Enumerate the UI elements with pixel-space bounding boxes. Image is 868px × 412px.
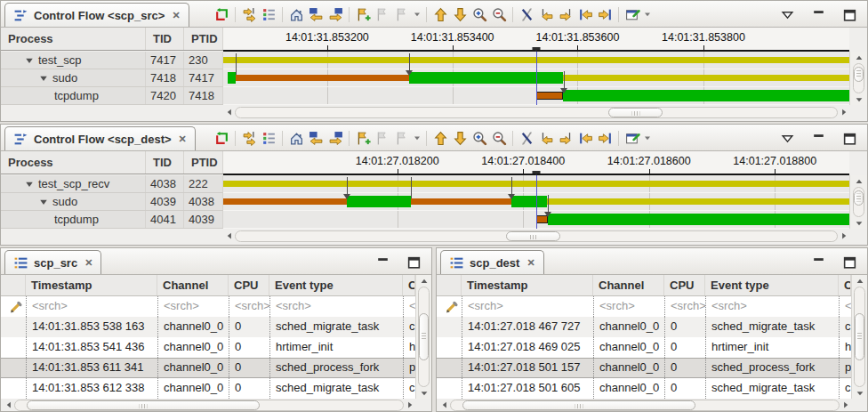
show-legend-button[interactable] bbox=[259, 128, 278, 148]
view-menu-icon[interactable] bbox=[777, 5, 797, 25]
go-to-start-button[interactable] bbox=[575, 128, 595, 148]
tree-row-sudo[interactable]: sudo 4039 4038 bbox=[1, 193, 223, 211]
flow-src-vertical-scrollbar[interactable] bbox=[849, 52, 867, 105]
tree-row-sudo[interactable]: sudo 7418 7417 bbox=[1, 69, 223, 87]
tab-control-flow-scp-src[interactable]: Control Flow <scp_src> ✕ bbox=[4, 3, 189, 27]
scroll-left-icon[interactable] bbox=[223, 230, 235, 242]
expander-icon[interactable] bbox=[24, 55, 35, 66]
column-header-timestamp[interactable]: Timestamp bbox=[26, 275, 157, 295]
new-view-dropdown-icon[interactable] bbox=[642, 4, 653, 24]
scroll-down-icon[interactable] bbox=[853, 217, 864, 229]
flow-dest-horizontal-scrollbar[interactable] bbox=[223, 230, 849, 242]
previous-event-button[interactable] bbox=[536, 4, 556, 24]
zoom-in-button[interactable] bbox=[470, 128, 489, 148]
maximize-icon[interactable] bbox=[840, 253, 859, 272]
close-icon[interactable]: ✕ bbox=[172, 10, 180, 21]
scroll-left-icon[interactable] bbox=[438, 400, 450, 411]
home-button[interactable] bbox=[286, 128, 306, 148]
align-views-button[interactable] bbox=[239, 128, 259, 148]
scroll-right-icon[interactable] bbox=[838, 230, 849, 242]
cancel-time-sync-button[interactable] bbox=[517, 128, 536, 148]
minimize-icon[interactable] bbox=[808, 129, 828, 149]
previous-state-change-button[interactable] bbox=[306, 4, 326, 24]
minimize-icon[interactable] bbox=[373, 253, 392, 272]
move-down-button[interactable] bbox=[450, 128, 470, 148]
close-icon[interactable]: ✕ bbox=[526, 257, 534, 269]
minimize-icon[interactable] bbox=[808, 253, 828, 272]
next-state-change-button[interactable] bbox=[326, 4, 345, 24]
flow-src-timeline-chart[interactable] bbox=[223, 52, 849, 105]
expander-icon[interactable] bbox=[38, 197, 49, 207]
new-view-dropdown-icon[interactable] bbox=[642, 128, 653, 148]
search-cpu-field[interactable]: <srch> bbox=[664, 296, 705, 317]
search-event-type-field[interactable]: <srch> bbox=[705, 296, 839, 317]
add-bookmark-button[interactable] bbox=[353, 4, 373, 24]
tree-row-tcpdump[interactable]: tcpdump 7420 7418 bbox=[1, 87, 223, 105]
reset-time-range-button[interactable] bbox=[212, 4, 231, 24]
scroll-right-icon[interactable] bbox=[840, 400, 851, 411]
close-icon[interactable]: ✕ bbox=[84, 257, 92, 269]
tree-row-tcpdump[interactable]: tcpdump 4041 4039 bbox=[1, 211, 223, 229]
scroll-right-icon[interactable] bbox=[404, 400, 415, 411]
previous-event-button[interactable] bbox=[536, 128, 556, 148]
search-contents-field[interactable]: <srch> bbox=[839, 296, 851, 317]
zoom-out-button[interactable] bbox=[489, 4, 509, 24]
column-header-event-type[interactable]: Event type bbox=[705, 275, 839, 295]
table-row[interactable]: 14:01:27.018 501 605 channel0_0 0 sched_… bbox=[437, 378, 851, 399]
scroll-up-icon[interactable] bbox=[853, 52, 864, 63]
open-new-view-button[interactable] bbox=[623, 4, 642, 24]
reset-time-range-button[interactable] bbox=[212, 128, 231, 148]
column-header-tid[interactable]: TID bbox=[146, 28, 184, 50]
table-row[interactable]: 14:01:31.853 541 436 channel0_0 0 hrtime… bbox=[1, 337, 415, 358]
search-cpu-field[interactable]: <srch> bbox=[229, 296, 269, 317]
minimize-icon[interactable] bbox=[808, 5, 828, 25]
column-header-ptid[interactable]: PTID bbox=[184, 28, 223, 50]
add-bookmark-button[interactable] bbox=[353, 128, 373, 148]
search-contents-field[interactable]: <srch> bbox=[403, 296, 415, 317]
tree-row-test-scp[interactable]: test_scp 7417 230 bbox=[1, 52, 223, 69]
expander-icon[interactable] bbox=[24, 179, 35, 190]
column-header-timestamp[interactable]: Timestamp bbox=[462, 275, 593, 295]
column-header-contents[interactable]: C bbox=[839, 275, 851, 295]
next-event-button[interactable] bbox=[556, 4, 575, 24]
column-header-channel[interactable]: Channel bbox=[157, 275, 229, 295]
tab-control-flow-scp-dest[interactable]: Control Flow <scp_dest> ✕ bbox=[4, 126, 196, 150]
scroll-left-icon[interactable] bbox=[223, 107, 235, 118]
table-row[interactable]: 14:01:27.018 467 727 channel0_0 0 sched_… bbox=[437, 317, 851, 337]
search-timestamp-field[interactable]: <srch> bbox=[462, 296, 593, 317]
maximize-icon[interactable] bbox=[840, 129, 859, 149]
next-event-button[interactable] bbox=[556, 128, 575, 148]
selection-cursor-handle[interactable] bbox=[533, 171, 541, 174]
flow-dest-timeline-chart[interactable] bbox=[223, 175, 849, 229]
view-menu-icon[interactable] bbox=[777, 129, 797, 149]
scroll-up-icon[interactable] bbox=[853, 175, 864, 187]
align-views-button[interactable] bbox=[239, 4, 259, 24]
tab-scp-dest[interactable]: scp_dest ✕ bbox=[440, 250, 544, 274]
table-row-selected[interactable]: 14:01:31.853 611 341 channel0_0 0 sched_… bbox=[1, 358, 415, 378]
next-state-change-button[interactable] bbox=[326, 128, 345, 148]
events-dest-horizontal-scrollbar[interactable] bbox=[438, 399, 851, 411]
move-down-button[interactable] bbox=[450, 4, 470, 24]
maximize-icon[interactable] bbox=[404, 253, 423, 272]
show-legend-button[interactable] bbox=[259, 4, 278, 24]
column-header-process[interactable]: Process bbox=[1, 151, 146, 174]
scroll-down-icon[interactable] bbox=[853, 93, 864, 105]
events-dest-vertical-scrollbar[interactable] bbox=[851, 275, 867, 399]
scroll-up-icon[interactable] bbox=[854, 275, 865, 287]
move-up-button[interactable] bbox=[430, 4, 450, 24]
previous-state-change-button[interactable] bbox=[306, 128, 326, 148]
search-channel-field[interactable]: <srch> bbox=[157, 296, 229, 317]
column-header-process[interactable]: Process bbox=[1, 28, 146, 50]
selection-cursor-handle[interactable] bbox=[533, 47, 541, 50]
flow-dest-vertical-scrollbar[interactable] bbox=[849, 175, 867, 229]
search-event-type-field[interactable]: <srch> bbox=[269, 296, 403, 317]
open-new-view-button[interactable] bbox=[623, 128, 642, 148]
cancel-time-sync-button[interactable] bbox=[517, 4, 536, 24]
close-icon[interactable]: ✕ bbox=[179, 133, 187, 145]
table-row[interactable]: 14:01:31.853 612 338 channel0_0 0 sched_… bbox=[1, 378, 415, 399]
column-header-cpu[interactable]: CPU bbox=[664, 275, 705, 295]
tree-row-test-scp-recv[interactable]: test_scp_recv 4038 222 bbox=[1, 175, 223, 193]
zoom-out-button[interactable] bbox=[489, 128, 509, 148]
column-header-tid[interactable]: TID bbox=[146, 151, 184, 174]
table-row[interactable]: 14:01:27.018 469 025 channel0_0 0 hrtime… bbox=[437, 337, 851, 358]
